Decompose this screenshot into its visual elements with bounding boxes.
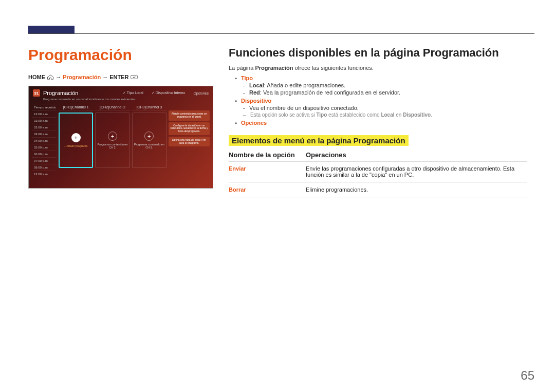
header-accent-block (28, 26, 75, 33)
enter-icon (131, 74, 138, 81)
ss-title: Programación (43, 90, 78, 96)
right-column: Funciones disponibles en la página Progr… (229, 46, 527, 197)
ss-channel-2: [CH2]Channel 2 + Programar contenido en … (95, 104, 130, 181)
sub-bullet: Vea el nombre de un dispositivo conectad… (241, 105, 527, 111)
row-name-enviar: Enviar (229, 165, 306, 178)
intro-text: La página Programación ofrece las siguie… (229, 65, 527, 71)
ss-channel-1: [CH1]Channel 1 + + Añadir programa (59, 104, 93, 181)
ss-time: 12:00 a.m (32, 110, 57, 117)
note-line: Esta opción solo se activa si Tipo está … (241, 112, 527, 118)
bullet-list: Tipo Local: Añada o edite programaciones… (229, 75, 527, 126)
ss-ch-card: + + Añadir programa (59, 113, 93, 168)
ui-screenshot: 31 Programación ✓ Tipo Local ✓ Dispositi… (28, 86, 213, 189)
row-name-borrar: Borrar (229, 186, 306, 193)
th-operaciones: Operaciones (306, 151, 527, 159)
breadcrumb-arrow-1: → (55, 74, 61, 80)
row-desc: Elimine programaciones. (306, 186, 527, 193)
page-number: 65 (521, 368, 534, 383)
plus-icon: + (144, 132, 154, 141)
ss-ch-head: [CH2]Channel 2 (95, 104, 130, 110)
ss-time: 03:00 a.m (32, 130, 57, 137)
ss-ch-head: [CH3]Channel 3 (132, 104, 166, 110)
ss-channel-3: [CH3]Channel 3 + Programar contenido en … (132, 104, 166, 181)
breadcrumb-home: HOME (28, 74, 45, 80)
ss-top-opciones: Opciones (193, 91, 209, 95)
ss-time: 04:00 p.m (32, 137, 57, 144)
breadcrumb: HOME → Programación → ENTER (28, 74, 213, 81)
header-rule (28, 33, 534, 34)
ss-side-panel: Añadir contenido para crear un programa … (169, 104, 210, 181)
ss-time: 06:00 p.m (32, 151, 57, 157)
sub-bullets: Local: Añada o edite programaciones. Red… (241, 82, 527, 96)
calendar-number: 31 (34, 91, 39, 96)
sub-bullet: Local: Añada o edite programaciones. (241, 82, 527, 88)
ss-ch-label: Programar contenido en CH 2. (96, 143, 129, 149)
ss-time: 02:00 a.m (32, 124, 57, 130)
ss-body: Tiempo repetido 12:00 a.m 01:00 a.m 02:0… (29, 104, 213, 181)
ss-ch-label: + Añadir programa (63, 144, 88, 147)
bullet-dispositivo: Dispositivo Vea el nombre de un disposit… (229, 98, 527, 118)
ss-top-tipo: ✓ Tipo Local (123, 91, 143, 95)
sub-bullets: Vea el nombre de un dispositivo conectad… (241, 105, 527, 111)
svg-rect-0 (131, 76, 137, 79)
table-row: Borrar Elimine programaciones. (229, 182, 527, 197)
breadcrumb-arrow-2: → (102, 74, 108, 80)
sub-bullet: Red: Vea la programación de red configur… (241, 89, 527, 96)
left-column: Programación HOME → Programación → ENTER… (28, 46, 213, 197)
table-row: Enviar Envíe las programaciones configur… (229, 161, 527, 182)
ss-time: 12:00 a.m (32, 171, 57, 177)
th-nombre: Nombre de la opción (229, 151, 306, 159)
columns: Programación HOME → Programación → ENTER… (28, 46, 534, 197)
page: Programación HOME → Programación → ENTER… (0, 0, 555, 392)
subsection-heading: Elementos de menú en la página Programac… (229, 135, 409, 146)
page-title: Programación (28, 46, 213, 64)
ss-ch-label: Programar contenido en CH 3. (133, 143, 166, 149)
breadcrumb-programacion: Programación (63, 74, 101, 80)
ss-ch-card: + Programar contenido en CH 2. (95, 113, 130, 168)
calendar-icon: 31 (33, 89, 40, 97)
ss-channels: [CH1]Channel 1 + + Añadir programa [CH2]… (57, 104, 169, 181)
ss-ch-card: + Programar contenido en CH 3. (132, 113, 166, 168)
ss-side-box: Añadir contenido para crear un programa … (169, 110, 210, 121)
table-header: Nombre de la opción Operaciones (229, 151, 527, 161)
ss-time: 07:00 p.m (32, 157, 57, 164)
ss-times-column: Tiempo repetido 12:00 a.m 01:00 a.m 02:0… (32, 104, 57, 181)
home-icon (47, 74, 54, 81)
section-heading: Funciones disponibles en la página Progr… (229, 46, 527, 60)
ss-header: 31 Programación ✓ Tipo Local ✓ Dispositi… (29, 86, 213, 98)
ss-ch-head: [CH1]Channel 1 (59, 104, 93, 110)
row-desc: Envíe las programaciones configuradas a … (306, 165, 527, 178)
ss-times-header: Tiempo repetido (32, 104, 57, 110)
ss-time: 08:00 p.m (32, 164, 57, 171)
ss-subtitle: Programe contenido en un canal localizan… (29, 98, 213, 104)
bullet-opciones: Opciones (229, 120, 527, 126)
ss-side-box: Configure la duración en un calendario. … (169, 122, 210, 135)
plus-icon: + (71, 133, 81, 142)
ss-top-dispositivo: ✓ Dispositivo Interno (152, 91, 186, 95)
bullet-tipo: Tipo Local: Añada o edite programaciones… (229, 75, 527, 96)
ss-time: 05:00 p.m (32, 144, 57, 151)
ss-time: 01:00 a.m (32, 117, 57, 124)
breadcrumb-enter: ENTER (109, 74, 128, 80)
plus-icon: + (108, 132, 117, 141)
ss-side-box: Defina una hora de inicio y fin para el … (169, 137, 210, 147)
